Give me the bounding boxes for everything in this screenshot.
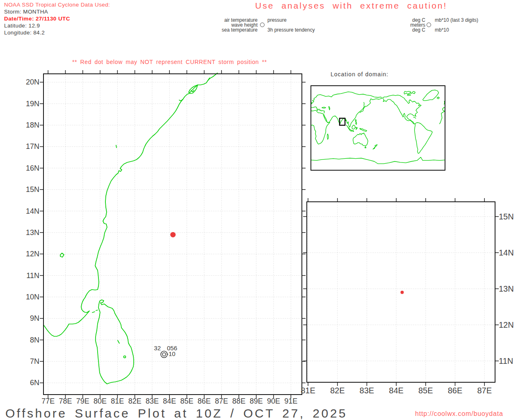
main-lat-tick-label: 12N: [20, 250, 39, 258]
zoom-lat-tick-label: 13N: [499, 285, 514, 293]
legend-sea-temperature-label: sea temperature: [176, 27, 258, 33]
station-air-temperature-value: 32: [144, 345, 161, 351]
longitude-line: Longitude: 84.2: [4, 30, 45, 36]
world-inset-map: [310, 85, 445, 171]
zoom-lat-tick-label: 14N: [499, 249, 514, 257]
datetime-line: Date/Time: 27/1130 UTC: [4, 16, 70, 22]
main-lat-tick-label: 16N: [20, 164, 39, 172]
zoom-lon-tick-label: 85E: [413, 386, 438, 395]
storm-position-dot: [170, 232, 176, 237]
zoom-lon-tick-label: 84E: [384, 386, 409, 395]
location-of-domain-label: Location of domain:: [331, 71, 388, 78]
main-lat-tick-label: 14N: [20, 208, 39, 215]
station-pressure-tendency-value: -10: [167, 351, 176, 357]
main-lat-tick-label: 13N: [20, 229, 39, 236]
caution-headline: Use analyses with extreme caution!: [255, 1, 447, 11]
units-mb10-label: mb*10: [435, 27, 449, 33]
main-lat-tick-label: 18N: [20, 121, 39, 129]
offshore-surface-plot-page: NOAA SSD Tropical Cyclone Data Used: Sto…: [0, 0, 525, 420]
main-lat-tick-label: 7N: [20, 358, 39, 365]
noaa-data-line: NOAA SSD Tropical Cyclone Data Used:: [4, 2, 110, 8]
main-lat-tick-label: 11N: [20, 272, 39, 279]
main-lat-tick-label: 6N: [20, 379, 39, 386]
world-coastlines: [311, 90, 445, 164]
plot-title: Offshore Surface Plot at 10Z / OCT 27, 2…: [5, 406, 347, 420]
main-lat-tick-label: 10N: [20, 293, 39, 301]
main-lat-tick-label: 20N: [20, 78, 39, 86]
zoom-lon-tick-label: 87E: [472, 386, 497, 395]
units-mb10-last3-label: mb*10 (last 3 digits): [435, 17, 478, 23]
main-lat-tick-label: 17N: [20, 143, 39, 150]
legend-pressure-tendency-label: 3h pressure tendency: [267, 27, 315, 33]
units-model-circle-icon: [427, 23, 431, 27]
main-lat-tick-label: 19N: [20, 100, 39, 107]
latitude-line: Latitude: 12.9: [4, 23, 40, 29]
units-degc-bottom-label: deg C: [384, 27, 425, 33]
source-url-link[interactable]: http://coolwx.com/buoydata: [415, 410, 503, 418]
storm-name-line: Storm: MONTHA: [4, 9, 48, 15]
station-model-circle-icon: [260, 23, 265, 27]
main-lat-tick-label: 15N: [20, 186, 39, 193]
zoom-lon-tick-label: 83E: [354, 386, 379, 395]
storm-position-warning: ** Red dot below may NOT represent CURRE…: [72, 59, 267, 65]
zoom-lon-tick-label: 86E: [443, 386, 468, 395]
zoom-lat-tick-label: 15N: [499, 212, 514, 221]
legend-pressure-label: pressure: [267, 17, 287, 23]
main-lat-tick-label: 8N: [20, 336, 39, 344]
zoom-lat-tick-label: 12N: [499, 321, 514, 329]
zoom-map: [303, 198, 501, 388]
zoom-lon-tick-label: 82E: [325, 386, 350, 395]
zoom-lon-tick-label: 81E: [296, 386, 320, 395]
coastline-india-srilanka: [43, 73, 217, 384]
zoom-lat-tick-label: 11N: [499, 357, 513, 365]
main-lon-tick-label: 91E: [281, 397, 301, 405]
main-lat-tick-label: 9N: [20, 315, 39, 322]
storm-position-dot-zoom: [400, 291, 404, 294]
